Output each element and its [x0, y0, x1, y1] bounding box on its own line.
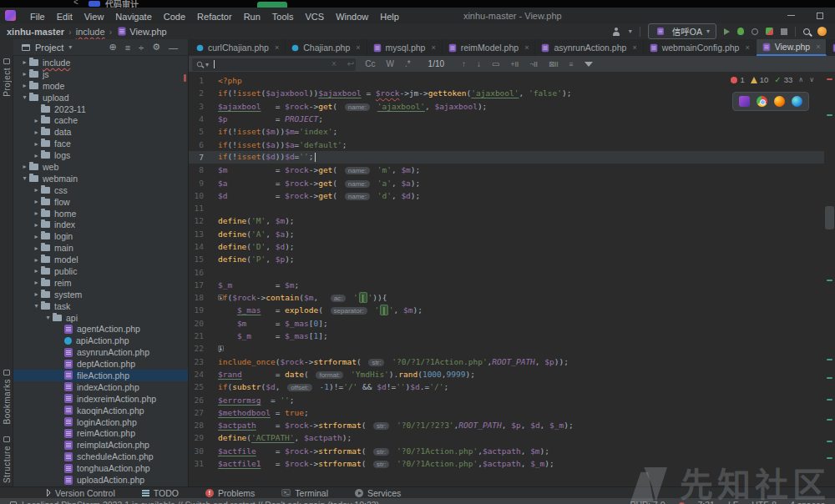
menu-navigate[interactable]: Navigate	[109, 12, 157, 22]
tree-item-data[interactable]: ▸data	[13, 126, 188, 138]
minimize-icon[interactable]	[787, 15, 795, 16]
prev-problem-icon[interactable]: ∧	[798, 76, 803, 83]
profiler-icon[interactable]	[766, 28, 773, 35]
builtin-preview-icon[interactable]	[739, 96, 750, 107]
code-line-2[interactable]: 2if(!isset($ajaxbool))$ajaxbool = $rock-…	[189, 87, 824, 99]
close-icon[interactable]: ×	[356, 43, 360, 52]
code-area[interactable]: 1<?php2if(!isset($ajaxbool))$ajaxbool = …	[189, 73, 824, 486]
tree-item-deptaction-php[interactable]: deptAction.php	[13, 358, 188, 370]
code-line-19[interactable]: 19 $_mas = explode( separator: '|', $m);	[189, 304, 824, 316]
hide-icon[interactable]: —	[169, 43, 178, 53]
tree-item-cache[interactable]: ▸cache	[13, 114, 188, 126]
code-line-11[interactable]: 11	[189, 202, 824, 214]
expand-all-icon[interactable]: ≡	[125, 43, 130, 53]
code-line-14[interactable]: 14define('D', $d);	[189, 240, 824, 253]
menu-window[interactable]: Window	[330, 12, 374, 22]
tree-item-reimaction-php[interactable]: reimAction.php	[13, 428, 188, 440]
fold-marker-icon[interactable]	[218, 295, 224, 300]
menu-code[interactable]: Code	[158, 12, 191, 22]
clear-icon[interactable]: ×	[331, 59, 337, 68]
toolwindow-version-control-button[interactable]: Version Control	[43, 488, 115, 498]
code-line-16[interactable]: 16	[189, 265, 824, 278]
toolwindow-services-button[interactable]: Services	[355, 488, 401, 498]
menu-view[interactable]: View	[78, 12, 110, 22]
tree-item-tonghuaaction-php[interactable]: tonghuaAction.php	[13, 462, 188, 474]
code-line-26[interactable]: 26$errormsg = '';	[189, 393, 824, 406]
tree-item-indexaction-php[interactable]: indexAction.php	[13, 381, 188, 393]
prev-occurrence-icon[interactable]: ↑	[462, 59, 466, 68]
code-line-21[interactable]: 21 $_m = $_mas[1];	[189, 330, 824, 342]
tree-item-js[interactable]: ▸js	[13, 68, 188, 80]
tab-asynrunaction-php[interactable]: asynrunAction.php×	[535, 39, 643, 56]
filter-icon[interactable]	[584, 62, 593, 67]
filter-lines-icon[interactable]: ≡	[569, 60, 574, 68]
toggle-cc-icon[interactable]: Cc	[365, 59, 375, 68]
tree-item-fileaction-php[interactable]: fileAction.php	[13, 370, 188, 381]
debug-icon[interactable]	[737, 28, 744, 35]
tab-curlchajian-php[interactable]: curlChajian.php×	[190, 39, 286, 56]
toolwindow-terminal-button[interactable]: >_Terminal	[281, 488, 328, 498]
inspection-widget[interactable]: 1 10 ✓33 ∧ ∨	[731, 75, 814, 84]
collapse-all-icon[interactable]: ÷	[139, 43, 144, 53]
tab-webmainconfig-php[interactable]: webmainConfig.php×	[644, 39, 757, 56]
menu-run[interactable]: Run	[238, 12, 266, 22]
code-line-8[interactable]: 8$m = $rock->get( name: 'm', $m);	[189, 164, 824, 176]
code-line-27[interactable]: 27$methodbool = true;	[189, 406, 824, 419]
menu-file[interactable]: File	[24, 12, 51, 22]
run-configuration-select[interactable]: 信呼OA ▾	[648, 23, 716, 39]
code-line-17[interactable]: 17$_m = $m;	[189, 279, 824, 291]
breadcrumb-include[interactable]: include	[76, 27, 105, 37]
remove-occurrence-icon[interactable]: ¬II	[529, 60, 538, 68]
code-line-31[interactable]: 31$actfile1 = $rock->strformat( str: '?0…	[189, 457, 824, 470]
tab-mysql-php[interactable]: mysql.php×	[367, 39, 443, 56]
close-icon[interactable]: ×	[524, 43, 529, 52]
toggle-regex-icon[interactable]: .*	[405, 59, 411, 68]
tree-item-scheduleaction-php[interactable]: scheduleAction.php	[13, 451, 188, 462]
tree-item-mode[interactable]: ▸mode	[13, 80, 188, 92]
coverage-icon[interactable]	[752, 28, 758, 35]
code-line-7[interactable]: 7if(!isset($d))$d='';	[189, 151, 824, 164]
tree-item-login[interactable]: ▸login	[13, 230, 188, 242]
next-problem-icon[interactable]: ∨	[809, 76, 814, 83]
next-occurrence-icon[interactable]: ↓	[477, 59, 481, 68]
code-line-6[interactable]: 6if(!isset($a))$a='default';	[189, 138, 824, 150]
code-line-30[interactable]: 30$actfile = $rock->strformat( str: '?0/…	[189, 445, 824, 457]
code-line-3[interactable]: 3$ajaxbool = $rock->get( name: 'ajaxbool…	[189, 100, 824, 113]
stripe-project-button[interactable]: Project	[0, 58, 13, 97]
code-line-23[interactable]: 23include_once($rock->strformat( str: '?…	[189, 355, 824, 368]
tab-view-php[interactable]: View.php×	[757, 39, 827, 56]
tree-item-reimplataction-php[interactable]: reimplatAction.php	[13, 439, 188, 451]
tree-item-home[interactable]: ▸home	[13, 208, 188, 219]
chrome-icon[interactable]	[757, 96, 767, 107]
tree-item-api[interactable]: ▾api	[13, 312, 188, 324]
tree-item-public[interactable]: ▸public	[13, 265, 188, 277]
toggle-w-icon[interactable]: W	[386, 59, 393, 68]
project-panel-header[interactable]: Project ▾ ⊕≡÷⚙—	[13, 39, 188, 56]
add-occurrence-icon[interactable]: +II	[511, 60, 519, 68]
code-line-28[interactable]: 28$actpath = $rock->strformat( str: '?0/…	[189, 419, 824, 431]
open-in-find-window-icon[interactable]: ▭	[492, 59, 499, 68]
code-line-24[interactable]: 24$rand = date( format: 'YmdHis').rand(1…	[189, 368, 824, 381]
tree-item-uploadaction-php[interactable]: uploadAction.php	[13, 474, 188, 486]
tree-item-css[interactable]: ▸css	[13, 184, 188, 196]
search-history-icon[interactable]: ↩	[347, 59, 354, 68]
tab-chajian-php[interactable]: Chajian.php×	[286, 39, 367, 56]
stop-icon[interactable]	[781, 28, 787, 35]
code-line-12[interactable]: 12define('M', $m);	[189, 214, 824, 227]
tree-item-apiaction-php[interactable]: apiAction.php	[13, 335, 188, 346]
tree-item-logs[interactable]: ▸logs	[13, 149, 188, 161]
tab-reimmodel-php[interactable]: reimModel.php×	[443, 39, 536, 56]
code-line-4[interactable]: 4$p = PROJECT;	[189, 113, 824, 125]
tree-item-include[interactable]: ▸include	[13, 57, 188, 68]
breadcrumb-view-php[interactable]: View.php	[129, 27, 166, 37]
stripe-bookmarks-button[interactable]: Bookmarks	[0, 370, 13, 425]
tree-item-upload[interactable]: ▾upload	[13, 92, 188, 103]
close-icon[interactable]: ×	[275, 43, 279, 52]
tree-item-model[interactable]: ▸model	[13, 254, 188, 265]
code-line-9[interactable]: 9$a = $rock->get( name: 'a', $a);	[189, 176, 824, 189]
close-icon[interactable]: ×	[632, 43, 636, 52]
search-everywhere-icon[interactable]	[803, 28, 810, 35]
select-all-occurrences-icon[interactable]: ⊠II	[549, 60, 559, 68]
tree-item-index[interactable]: ▸index	[13, 219, 188, 230]
tree-item-webmain[interactable]: ▾webmain	[13, 173, 188, 184]
